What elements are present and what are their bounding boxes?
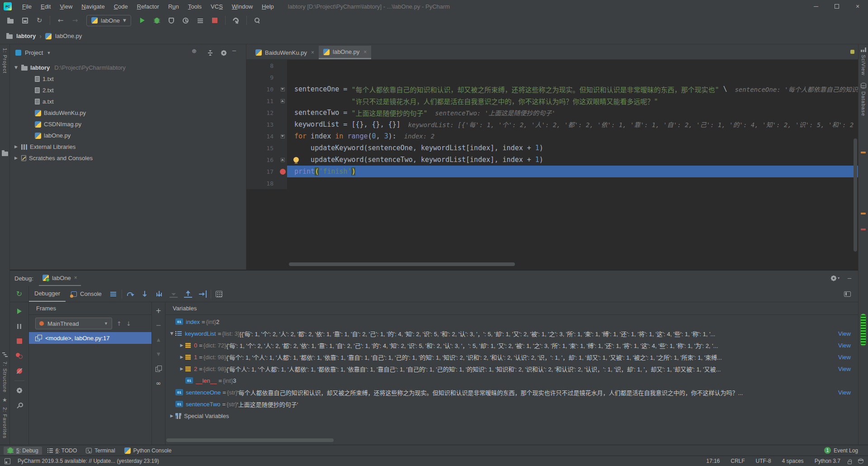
stack-frame-row[interactable]: <module>, labOne.py:17 [29,332,151,344]
run-button[interactable] [137,15,148,26]
view-link[interactable]: View [835,366,858,372]
sync-button[interactable]: ↻ [33,15,45,26]
editor-hscrollbar[interactable] [287,262,852,266]
remove-watch-button[interactable]: − [156,320,161,330]
menu-file[interactable]: File [18,2,36,11]
editor-tab-baiduwenku-py[interactable]: BaiduWenKu.py× [251,46,319,59]
hscrollbar-thumb[interactable] [289,262,515,266]
code-line-13[interactable]: 13keywordList = [{}, {}, {}] keywordList… [246,119,858,130]
view-link[interactable]: View [835,330,858,337]
close-button[interactable]: × [847,0,868,13]
next-frame-button[interactable]: ↓ [126,321,131,327]
project-tree-item[interactable]: ▶External Libraries [10,141,246,152]
line-number[interactable]: 13 [246,121,278,128]
variable-row[interactable]: ▶Special Variables [165,410,858,422]
code-line-12[interactable]: 12sentenceTwo = "上面这是随便抄的句子" sentenceTwo… [246,107,858,119]
mute-breakpoints-button[interactable] [17,366,22,376]
debug-button[interactable] [151,15,163,26]
menu-navigate[interactable]: Navigate [77,2,108,11]
menu-tools[interactable]: Tools [184,2,206,11]
tool-button-5--debug[interactable]: 5: Debug [4,447,42,455]
code-text[interactable]: for index in range(0, 3): index: 2 [287,130,858,142]
line-number[interactable]: 17 [246,168,278,175]
maximize-button[interactable] [826,0,847,13]
line-number[interactable]: 10 [246,86,278,93]
inspections-indicator[interactable] [850,50,854,54]
locate-file-button[interactable]: ⊕ [192,48,202,58]
resume-button[interactable] [17,306,22,317]
collapse-all-button[interactable] [205,48,215,58]
code-line-10[interactable]: 10sentenceOne = "每个人都依靠自己的知识和认识，却又被之所束缚，… [246,83,858,95]
open-button[interactable] [5,15,16,26]
close-icon[interactable]: × [311,49,314,56]
code-line-14[interactable]: 14for index in range(0, 3): index: 2 [246,130,858,142]
code-line-11[interactable]: 11 "许只不过是镜花水月，人们都是活在自我意识之中的，你不这样认为吗？你这双眼… [246,95,858,107]
tree-toggle-icon[interactable]: ▶ [178,343,185,347]
event-log-button[interactable]: 1 Event Log [824,447,864,454]
star-icon[interactable]: ★ [2,397,7,403]
step-over-button[interactable] [124,288,137,300]
fold-marker[interactable] [281,158,285,162]
line-number[interactable]: 11 [246,98,278,105]
debug-session-tab[interactable]: labOne × [39,271,81,286]
menu-refactor[interactable]: Refactor [133,2,163,11]
menu-code[interactable]: Code [110,2,132,11]
code-text[interactable] [287,71,858,83]
project-tree-item[interactable]: ▶Scratches and Consoles [10,152,246,164]
highlighting-level-icon[interactable] [858,458,863,464]
menu-run[interactable]: Run [164,2,183,11]
forward-button[interactable]: → [69,15,81,26]
step-out-button[interactable] [182,288,194,300]
project-tree-item[interactable]: BaiduWenKu.py [10,107,246,119]
layout-menu-button[interactable] [107,288,120,300]
stop-button[interactable] [209,15,221,26]
project-tree-item[interactable]: CSDNImag.py [10,119,246,130]
hide-debug-button[interactable]: ─ [844,273,855,284]
tree-toggle-icon[interactable]: ▶ [14,156,19,160]
code-line-8[interactable]: 8 [246,60,858,71]
tab-debugger[interactable]: Debugger [29,286,66,302]
copy-button[interactable] [156,364,162,374]
indent-style[interactable]: 4 spaces [778,458,807,464]
smart-step-into-button[interactable] [167,288,180,300]
error-stripe-mark[interactable] [861,228,866,230]
line-number[interactable]: 18 [246,180,278,187]
tool-stripe-project[interactable]: 1: Project [2,48,8,73]
project-folder-icon[interactable] [2,152,8,156]
code-text[interactable]: keywordList = [{}, {}, {}] keywordList: … [287,119,858,130]
caret-position[interactable]: 17:16 [703,458,723,464]
variable-row[interactable]: ▶2= {dict: 98} {'每个人': 1, '个人都': 1, '人都依… [165,363,858,375]
database-icon[interactable] [861,83,866,89]
project-settings-button[interactable] [219,48,229,58]
debugger-settings-button[interactable] [16,385,23,396]
variable-row[interactable]: sentenceOne= {str} '每个人都依靠自己的知识和认识，却又被之所… [165,386,858,398]
file-encoding[interactable]: UTF-8 [752,458,775,464]
project-tree-item[interactable]: 1.txt [10,73,246,85]
breadcrumb-project[interactable]: labtory [16,33,36,39]
save-button[interactable] [19,15,31,26]
project-view-title[interactable]: Project [25,49,43,56]
variable-row[interactable]: index= {int} 2 [165,316,858,328]
code-text[interactable] [287,60,858,71]
chevron-down-icon[interactable]: ▼ [47,51,51,55]
line-number[interactable]: 14 [246,133,278,140]
thread-selector[interactable]: MainThread ▼ [35,318,112,329]
fold-marker[interactable] [281,87,285,91]
tool-button-python-console[interactable]: Python Console [121,447,175,455]
settings-button[interactable] [230,15,242,26]
code-text[interactable]: "许只不过是镜花水月，人们都是活在自我意识之中的，你不这样认为吗？你这双眼睛又能… [287,95,858,107]
code-text[interactable]: updateKeyword(sentenceOne, keywordList[i… [287,142,858,154]
menu-vcs[interactable]: VCS [207,2,227,11]
line-number[interactable]: 9 [246,74,278,81]
stop-button[interactable] [17,336,22,347]
interpreter[interactable]: Python 3.7 [811,458,844,464]
profiler-button[interactable] [180,15,192,26]
intention-bulb-icon[interactable] [293,157,299,162]
editor-tab-labone-py[interactable]: labOne.py× [319,46,371,59]
breakpoint-icon[interactable] [280,169,286,175]
code-line-18[interactable]: 18 [246,177,858,189]
tree-toggle-icon[interactable]: ▶ [178,355,185,359]
tool-button-terminal[interactable]: Terminal [82,447,118,455]
search-button[interactable] [251,15,263,26]
code-text[interactable]: sentenceOne = "每个人都依靠自己的知识和认识，却又被之所束缚，还将… [287,83,858,95]
